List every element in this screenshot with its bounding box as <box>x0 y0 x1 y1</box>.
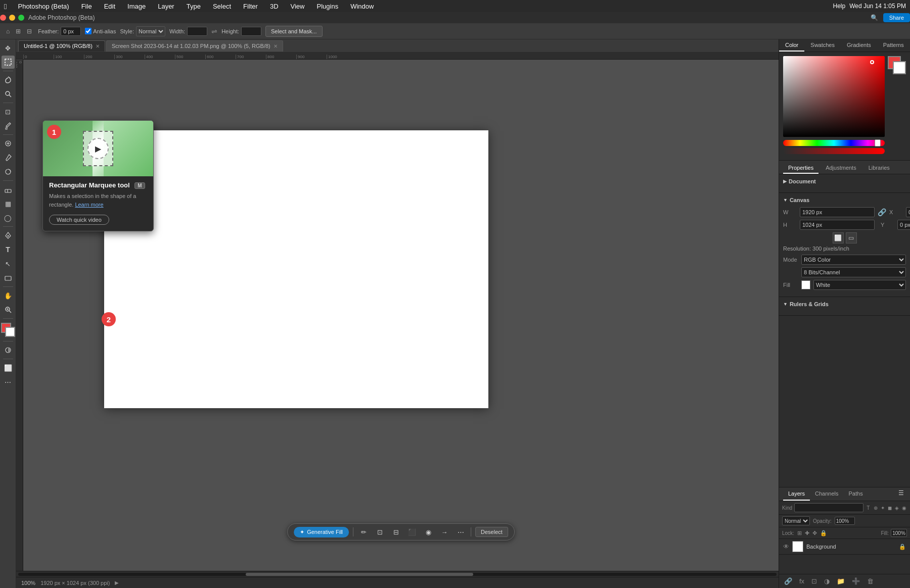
height-input[interactable] <box>241 27 261 36</box>
feather-input[interactable] <box>61 27 81 36</box>
swap-wh-icon[interactable]: ⇌ <box>211 27 217 35</box>
add-layer-icon[interactable]: ➕ <box>850 576 862 586</box>
libraries-tab[interactable]: Libraries <box>863 163 895 174</box>
brush-tool-button[interactable] <box>2 151 15 164</box>
fill-color-swatch[interactable] <box>801 280 810 289</box>
canvas-height-input[interactable] <box>800 220 875 230</box>
nav-arrow-icon[interactable]: ▶ <box>115 580 119 585</box>
clone-tool-button[interactable] <box>2 165 15 178</box>
deselect-button[interactable]: Deselect <box>475 527 508 537</box>
add-fill-icon[interactable]: ◑ <box>822 576 832 586</box>
menu-plugins[interactable]: Plugins <box>314 2 342 11</box>
add-fx-icon[interactable]: fx <box>797 576 806 586</box>
menu-edit[interactable]: Edit <box>101 2 118 11</box>
anti-alias-checkbox[interactable] <box>85 28 92 34</box>
color-gradient-picker[interactable] <box>783 56 885 137</box>
layers-filter-btn-3[interactable]: ✦ <box>880 503 885 512</box>
menu-type[interactable]: Type <box>184 2 204 11</box>
watch-video-button[interactable]: Watch quick video <box>49 215 109 225</box>
canvas-header[interactable]: ▼ Canvas <box>783 197 906 203</box>
layers-filter-input[interactable] <box>794 503 863 512</box>
canvas-document[interactable] <box>104 130 488 408</box>
menu-window[interactable]: Window <box>347 2 377 11</box>
text-tool-button[interactable]: T <box>2 243 15 256</box>
style-select[interactable]: Normal <box>136 26 165 36</box>
hue-slider[interactable] <box>783 140 885 146</box>
context-more-icon[interactable]: ⋯ <box>454 526 467 538</box>
context-crop-icon[interactable]: ⊟ <box>390 526 402 538</box>
tab-screenshot[interactable]: Screen Shot 2023-06-14 at 1.02.03 PM.png… <box>106 40 283 52</box>
menu-file[interactable]: File <box>78 2 95 11</box>
generative-fill-button[interactable]: ✦ Generative Fill <box>294 527 349 537</box>
layers-filter-btn-1[interactable]: T <box>866 503 871 512</box>
menu-select[interactable]: Select <box>210 2 234 11</box>
menu-app[interactable]: Photoshop (Beta) <box>15 2 72 11</box>
select-and-mask-button[interactable]: Select and Mask... <box>265 26 323 37</box>
context-fill-icon[interactable]: ⬛ <box>406 526 418 538</box>
lock-artboard-icon[interactable]: ✚ <box>805 530 809 536</box>
canvas-x-input[interactable] <box>906 207 910 217</box>
patterns-tab[interactable]: Patterns <box>877 39 910 52</box>
lock-all-icon[interactable]: 🔒 <box>820 530 827 536</box>
canvas-width-input[interactable] <box>800 207 875 217</box>
heal-tool-button[interactable] <box>2 137 15 150</box>
quick-select-tool-button[interactable] <box>2 87 15 101</box>
horizontal-scrollbar[interactable] <box>16 571 779 577</box>
crop-tool-button[interactable]: ⊡ <box>2 105 15 118</box>
layers-filter-btn-5[interactable]: ◈ <box>894 503 899 512</box>
lock-position-icon[interactable]: ⊞ <box>797 530 802 536</box>
delete-layer-icon[interactable]: 🗑 <box>865 576 876 586</box>
fill-percent-input[interactable] <box>891 529 907 537</box>
tab-screenshot-close[interactable]: ✕ <box>274 43 278 49</box>
marquee-tool-button[interactable] <box>2 56 15 69</box>
gradient-tool-button[interactable]: ▦ <box>2 197 15 210</box>
canvas-y-input[interactable] <box>897 220 910 230</box>
add-link-icon[interactable]: 🔗 <box>782 576 794 586</box>
menu-image[interactable]: Image <box>124 2 149 11</box>
properties-tab[interactable]: Properties <box>783 163 818 174</box>
move-tool-button[interactable]: ✥ <box>2 41 15 55</box>
eyedropper-tool-button[interactable] <box>2 119 15 132</box>
close-button[interactable] <box>0 15 6 21</box>
layer-visibility-icon[interactable]: 👁 <box>783 543 789 550</box>
extra-tools-button[interactable]: ⋯ <box>2 375 15 388</box>
pen-tool-button[interactable] <box>2 229 15 242</box>
swatches-tab[interactable]: Swatches <box>804 39 841 52</box>
search-icon[interactable]: 🔍 <box>869 13 880 22</box>
bg-color-swatch[interactable] <box>893 61 906 74</box>
document-header[interactable]: ▶ Document <box>783 178 906 184</box>
menu-3d[interactable]: 3D <box>267 2 282 11</box>
rulers-grids-header[interactable]: ▼ Rulers & Grids <box>783 301 906 307</box>
menu-filter[interactable]: Filter <box>240 2 261 11</box>
link-wh-icon[interactable]: 🔗 <box>878 208 886 216</box>
context-transform-icon[interactable]: ⊡ <box>374 526 386 538</box>
layers-filter-toggle[interactable]: ◉ <box>902 503 907 512</box>
tab-untitled[interactable]: Untitled-1 @ 100% (RGB/8) ✕ <box>18 40 105 52</box>
background-layer-item[interactable]: 👁 Background 🔒 <box>779 539 910 555</box>
zoom-tool-button[interactable] <box>2 303 15 316</box>
add-mask-icon[interactable]: ⊡ <box>809 576 819 586</box>
layers-filter-btn-4[interactable]: ◼ <box>887 503 892 512</box>
opacity-slider[interactable] <box>783 148 885 154</box>
lock-move-icon[interactable]: ✥ <box>812 530 817 536</box>
channels-tab-button[interactable]: Channels <box>810 487 843 501</box>
layers-tab-button[interactable]: Layers <box>783 487 810 501</box>
quick-mask-button[interactable] <box>2 344 15 357</box>
menu-help[interactable]: Help <box>833 3 845 10</box>
context-brush-icon[interactable]: ✏ <box>357 526 370 538</box>
learn-more-link[interactable]: Learn more <box>75 202 103 208</box>
share-button[interactable]: Share <box>883 13 910 22</box>
color-tab[interactable]: Color <box>779 39 804 52</box>
layer-lock-icon[interactable]: 🔒 <box>899 544 906 550</box>
tools-arrange-icon[interactable]: ⊟ <box>25 27 34 36</box>
path-select-tool-button[interactable]: ↖ <box>2 257 15 270</box>
workspace-icon[interactable]: ⊞ <box>14 27 23 36</box>
context-mask-icon[interactable]: ◉ <box>422 526 434 538</box>
width-input[interactable] <box>187 27 207 36</box>
lasso-tool-button[interactable] <box>2 73 15 86</box>
apple-logo-icon[interactable]:  <box>4 2 7 11</box>
add-group-icon[interactable]: 📁 <box>835 576 847 586</box>
home-icon[interactable]: ⌂ <box>4 27 12 36</box>
adjustments-tab[interactable]: Adjustments <box>821 163 861 174</box>
shape-tool-button[interactable] <box>2 271 15 284</box>
